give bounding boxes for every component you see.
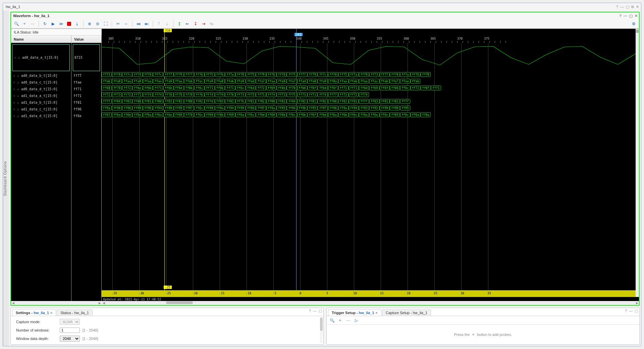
signal-name-row[interactable]: ›⛬ad0_data_a_t[15:0] [12, 44, 70, 71]
settings-gear-icon[interactable]: ⚙ [630, 20, 637, 27]
maximize-icon[interactable]: ▢ [626, 3, 629, 10]
run-icon[interactable]: ▶ [50, 20, 56, 27]
remove-icon[interactable]: — [29, 20, 36, 27]
num-windows-input[interactable] [60, 328, 80, 333]
swap-marker-icon[interactable]: ↹ [208, 20, 215, 27]
zoom-fit-icon[interactable]: ⛶ [102, 20, 109, 27]
wave-close-icon[interactable]: ✕ [635, 12, 638, 19]
signal-name-row[interactable]: ›⛬ad0_data_c_t[15:0] [11, 79, 71, 86]
name-column-header[interactable]: Name [11, 36, 71, 43]
ruler-bot-label: -35 [112, 292, 117, 295]
tab-trigger-setup[interactable]: Trigger Setup - hw_ila_1× [328, 309, 381, 316]
signal-value-row[interactable]: ff81 [71, 99, 101, 106]
settings-help-icon[interactable]: ? [309, 309, 311, 313]
del-marker-icon[interactable]: ⇥ [200, 20, 207, 27]
hscroll-right-arrow-icon[interactable]: ▶ [98, 301, 102, 305]
signal-name-row[interactable]: ›⛬ad0_data_b_t[15:0] [11, 72, 71, 79]
expand-icon[interactable]: › [13, 99, 15, 106]
tab-capture-setup[interactable]: Capture Setup - hw_ila_1 [382, 309, 431, 316]
signal-value-row[interactable]: ff77 [71, 72, 101, 79]
wave-maximize-icon[interactable]: ▢ [629, 12, 633, 19]
expand-icon[interactable]: › [13, 72, 15, 79]
ruler-bot-label: 5 [326, 292, 328, 295]
expand-icon[interactable]: › [13, 113, 15, 119]
wave-hscroll-thumb[interactable] [166, 301, 193, 304]
restore-icon[interactable]: ⧉ [631, 3, 634, 10]
prev-marker-icon[interactable]: ⇤ [184, 20, 191, 27]
tab-trigger-close-icon[interactable]: × [376, 311, 378, 315]
cut-icon[interactable]: ✂ [115, 20, 121, 27]
add-icon[interactable]: ＋ [21, 20, 28, 27]
settings-vscroll[interactable] [320, 317, 323, 343]
bus-segment: ff99 [174, 106, 184, 110]
add-marker-icon[interactable]: ↥ [176, 20, 183, 27]
bottom-cursor-marker[interactable]: -25 [164, 286, 172, 289]
zoom-out-icon[interactable]: ⊖ [94, 20, 101, 27]
run-all-icon[interactable]: ≫ [58, 20, 64, 27]
dashboard-options-tab[interactable]: Dashboard Options [3, 10, 9, 346]
bus-segment: ff6d [174, 86, 184, 90]
wave-help-icon[interactable]: ? [619, 12, 622, 19]
goto-cursor-icon[interactable]: ↔ [123, 20, 129, 27]
trig-gate-icon[interactable]: ▷ [353, 317, 360, 324]
minimize-icon[interactable]: — [620, 3, 624, 10]
trigger-help-icon[interactable]: ? [625, 309, 627, 313]
value-column-header[interactable]: Value [71, 36, 101, 43]
tab-settings-close-icon[interactable]: × [50, 311, 52, 315]
bus-segment: ff83 [174, 99, 184, 104]
tab-settings[interactable]: Settings - hw_ila_1× [12, 309, 56, 316]
expand-icon[interactable]: › [13, 93, 15, 99]
wave-hscroll-track[interactable] [106, 301, 635, 305]
signal-name-row[interactable]: ›⛬ad0_data_d_t[15:0] [11, 86, 71, 93]
refresh-icon[interactable]: ↻ [42, 20, 48, 27]
bus-segment: ff70 [184, 112, 194, 117]
trigger-min-icon[interactable]: — [629, 309, 633, 313]
tab-status[interactable]: Status - hw_ila_1 [57, 309, 92, 316]
signal-value-row[interactable]: 8715 [73, 44, 100, 71]
signal-value-row[interactable]: ff6e [71, 113, 101, 119]
signal-value-row[interactable]: ff71 [71, 86, 101, 93]
signal-value-row[interactable]: ff96 [71, 106, 101, 113]
wave-vscroll[interactable] [636, 29, 639, 297]
cursor-marker-316[interactable]: 316 [164, 29, 172, 32]
close-icon[interactable]: ✕ [636, 3, 639, 10]
go-last-icon[interactable]: ⏭ [143, 20, 150, 27]
capture-mode-select[interactable]: ALWAYS [60, 319, 80, 325]
stop-icon[interactable] [66, 20, 72, 27]
bus-segment: ff99 [380, 106, 390, 110]
expand-icon[interactable]: › [13, 106, 15, 113]
go-first-icon[interactable]: ⏮ [135, 20, 142, 27]
depth-select[interactable]: 2048 [60, 336, 80, 342]
search-icon[interactable]: 🔍 [13, 20, 20, 27]
trig-add-icon[interactable]: ＋ [337, 317, 343, 324]
trigger-max-icon[interactable]: ▢ [635, 309, 638, 313]
expand-icon[interactable]: › [14, 54, 16, 61]
cursor-marker-341[interactable]: 341 [294, 33, 303, 36]
waveform-view[interactable]: 316 341 30531031532032533033534034535035… [102, 29, 639, 301]
wave-hscroll-right-arrow-icon[interactable]: ▶ [635, 301, 639, 305]
signal-name-row[interactable]: ›⛬ad1_data_b_t[15:0] [11, 99, 71, 106]
next-marker-icon[interactable]: ↧ [192, 20, 199, 27]
trig-remove-icon[interactable]: — [345, 317, 352, 324]
expand-icon[interactable]: › [13, 86, 15, 93]
trig-search-icon[interactable]: 🔍 [329, 317, 335, 324]
signal-name-row[interactable]: ›⛬ad1_data_a_t[15:0] [11, 93, 71, 99]
signal-name-row[interactable]: ›⛬ad1_data_d_t[15:0] [11, 113, 71, 119]
export-icon[interactable]: ⭳ [74, 20, 80, 27]
settings-max-icon[interactable]: ▢ [319, 309, 322, 313]
signal-name-row[interactable]: ›⛬ad1_data_c_t[15:0] [11, 106, 71, 113]
wave-hscroll-left-arrow-icon[interactable]: ◀ [102, 301, 106, 305]
wave-minimize-icon[interactable]: — [624, 12, 627, 19]
bus-segment: ff70 [287, 86, 297, 90]
bus-segment: ff98 [163, 106, 173, 110]
prev-edge-icon[interactable]: ⤒ [156, 20, 162, 27]
settings-min-icon[interactable]: — [313, 309, 317, 313]
expand-icon[interactable]: › [13, 79, 15, 86]
signal-value-row[interactable]: ffae [71, 79, 101, 86]
signal-value-row[interactable]: ff71 [71, 93, 101, 99]
bus-segment: ff69 [266, 86, 276, 90]
next-edge-icon[interactable]: ⤓ [164, 20, 170, 27]
zoom-in-icon[interactable]: ⊕ [86, 20, 93, 27]
hscroll-left-arrow-icon[interactable]: ◀ [11, 301, 15, 305]
help-icon[interactable]: ? [616, 3, 618, 10]
